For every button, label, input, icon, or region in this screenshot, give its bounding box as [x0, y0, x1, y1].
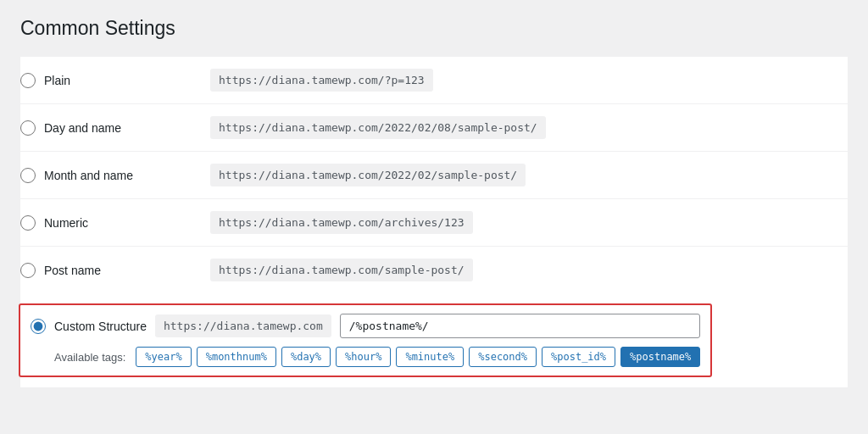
custom-structure-label-text: Custom Structure — [54, 320, 147, 333]
setting-row-day-and-name: Day and namehttps://diana.tamewp.com/202… — [20, 104, 848, 152]
tag-button-day[interactable]: %day% — [281, 347, 331, 367]
available-tags-row: Available tags: %year%%monthnum%%day%%ho… — [31, 347, 700, 367]
tag-button-year[interactable]: %year% — [136, 347, 191, 367]
url-preview-day-and-name: https://diana.tamewp.com/2022/02/08/samp… — [210, 116, 546, 139]
label-text-post-name: Post name — [44, 264, 101, 277]
tag-button-minute[interactable]: %minute% — [396, 347, 464, 367]
settings-container: Plainhttps://diana.tamewp.com/?p=123Day … — [20, 57, 848, 387]
custom-structure-radio[interactable] — [31, 319, 46, 334]
label-text-numeric: Numeric — [44, 216, 88, 230]
label-plain[interactable]: Plain — [20, 73, 190, 88]
setting-row-plain: Plainhttps://diana.tamewp.com/?p=123 — [20, 57, 848, 104]
page-title: Common Settings — [20, 17, 848, 40]
tag-button-hour[interactable]: %hour% — [336, 347, 391, 367]
tag-button-second[interactable]: %second% — [469, 347, 537, 367]
custom-url-base: https://diana.tamewp.com — [155, 314, 331, 337]
radio-plain[interactable] — [20, 73, 36, 88]
label-day-and-name[interactable]: Day and name — [20, 120, 190, 136]
label-numeric[interactable]: Numeric — [20, 215, 190, 231]
radio-numeric[interactable] — [20, 215, 36, 231]
label-text-day-and-name: Day and name — [44, 121, 121, 135]
url-preview-numeric: https://diana.tamewp.com/archives/123 — [210, 211, 473, 234]
label-text-month-and-name: Month and name — [44, 169, 133, 182]
tag-button-monthnum[interactable]: %monthnum% — [197, 347, 276, 367]
url-preview-month-and-name: https://diana.tamewp.com/2022/02/sample-… — [210, 164, 526, 186]
custom-structure-input[interactable] — [340, 314, 701, 338]
setting-row-numeric: Numerichttps://diana.tamewp.com/archives… — [20, 199, 848, 247]
url-preview-post-name: https://diana.tamewp.com/sample-post/ — [210, 259, 473, 281]
custom-structure-box: Custom Structure https://diana.tamewp.co… — [19, 303, 712, 377]
label-month-and-name[interactable]: Month and name — [20, 168, 190, 183]
setting-row-month-and-name: Month and namehttps://diana.tamewp.com/2… — [20, 152, 848, 199]
label-text-plain: Plain — [44, 74, 70, 87]
custom-structure-top: Custom Structure https://diana.tamewp.co… — [31, 314, 700, 338]
url-preview-plain: https://diana.tamewp.com/?p=123 — [210, 69, 433, 92]
radio-day-and-name[interactable] — [20, 120, 36, 136]
radio-rows: Plainhttps://diana.tamewp.com/?p=123Day … — [20, 57, 848, 293]
setting-row-post-name: Post namehttps://diana.tamewp.com/sample… — [20, 247, 848, 293]
custom-structure-label[interactable]: Custom Structure — [31, 319, 147, 334]
tag-button-postname[interactable]: %postname% — [620, 347, 700, 367]
radio-post-name[interactable] — [20, 263, 36, 278]
radio-month-and-name[interactable] — [20, 168, 36, 183]
tag-button-post_id[interactable]: %post_id% — [542, 347, 615, 367]
label-post-name[interactable]: Post name — [20, 263, 190, 278]
custom-structure-row: Custom Structure https://diana.tamewp.co… — [20, 293, 848, 387]
tags-container: %year%%monthnum%%day%%hour%%minute%%seco… — [136, 347, 700, 367]
available-tags-label: Available tags: — [54, 351, 125, 364]
